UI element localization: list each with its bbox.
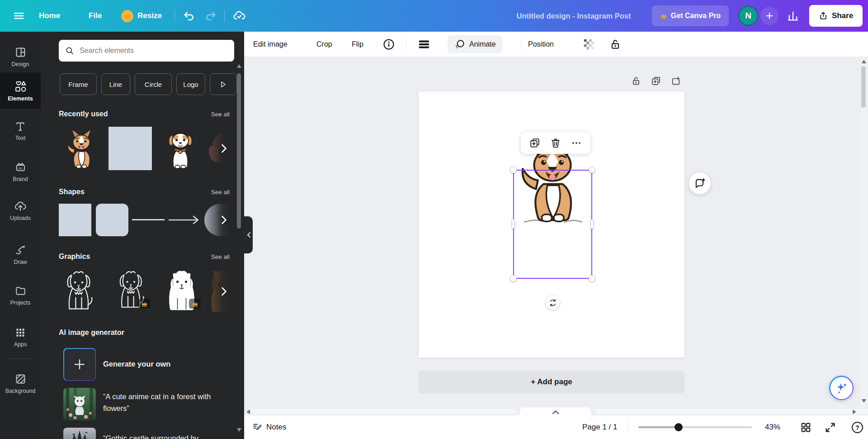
shape-arrow[interactable] bbox=[168, 215, 201, 225]
generate-your-own-button[interactable] bbox=[63, 348, 96, 381]
scroll-down-icon[interactable] bbox=[862, 399, 866, 403]
image-info-button[interactable] bbox=[382, 32, 395, 57]
see-all-recently-used[interactable]: See all bbox=[211, 111, 230, 118]
panel-scroll-down-icon[interactable] bbox=[237, 428, 241, 432]
selection-handle-e[interactable] bbox=[590, 219, 594, 229]
arrange-button[interactable] bbox=[417, 32, 432, 57]
h-scrollbar-left[interactable] bbox=[251, 409, 516, 414]
sidebar-item-text[interactable]: Text bbox=[0, 114, 41, 148]
duplicate-element-button[interactable] bbox=[528, 136, 542, 150]
resize-menu[interactable]: Resize bbox=[121, 0, 162, 32]
sidebar-item-brand[interactable]: co. Brand bbox=[0, 155, 41, 188]
topbar-divider bbox=[175, 10, 175, 22]
shapes-next-button[interactable] bbox=[218, 214, 230, 226]
shape-square[interactable] bbox=[59, 204, 91, 236]
page-lock-button[interactable] bbox=[631, 76, 641, 86]
insights-button[interactable] bbox=[787, 0, 799, 32]
page-indicator[interactable]: Page 1 / 1 bbox=[582, 415, 618, 439]
sidebar-item-projects[interactable]: Projects bbox=[0, 278, 41, 312]
flip-button[interactable]: Flip bbox=[352, 32, 363, 57]
add-page-button[interactable]: + Add page bbox=[419, 371, 684, 393]
lock-button[interactable] bbox=[609, 32, 621, 57]
duplicate-page-button[interactable] bbox=[651, 76, 661, 86]
search-input[interactable] bbox=[79, 46, 228, 55]
share-button[interactable]: Share bbox=[809, 5, 863, 27]
chip-line[interactable]: Line bbox=[101, 73, 130, 95]
crop-button[interactable]: Crop bbox=[316, 32, 332, 57]
see-all-graphics[interactable]: See all bbox=[211, 253, 230, 260]
transparency-button[interactable] bbox=[582, 32, 596, 57]
add-member-button[interactable] bbox=[760, 7, 778, 25]
panel-scroll-up-icon[interactable] bbox=[237, 64, 241, 68]
avatar[interactable]: N bbox=[738, 6, 758, 26]
zoom-level[interactable]: 43% bbox=[765, 415, 780, 439]
notes-button[interactable]: Notes bbox=[252, 415, 286, 439]
zoom-slider-track[interactable] bbox=[638, 426, 752, 428]
selection-box[interactable] bbox=[513, 170, 592, 279]
sidebar-item-elements[interactable]: Elements bbox=[0, 72, 41, 109]
sidebar-item-uploads[interactable]: Uploads bbox=[0, 194, 41, 227]
search-box[interactable] bbox=[59, 40, 234, 62]
v-scrollbar-thumb[interactable] bbox=[861, 66, 866, 108]
recently-used-next-button[interactable] bbox=[218, 143, 230, 154]
redo-button[interactable] bbox=[204, 0, 217, 32]
file-menu[interactable]: File bbox=[89, 0, 102, 32]
edit-image-button[interactable]: Edit image bbox=[253, 32, 288, 57]
sidebar-item-draw[interactable]: Draw bbox=[0, 238, 41, 271]
chip-partial[interactable] bbox=[210, 73, 237, 95]
graphic-dog-outline-1[interactable] bbox=[60, 268, 98, 314]
selection-handle-se[interactable] bbox=[589, 275, 595, 282]
undo-button[interactable] bbox=[183, 0, 195, 32]
recent-square-shape[interactable] bbox=[108, 127, 152, 170]
recent-puppy-graphic[interactable] bbox=[163, 127, 198, 170]
see-all-shapes[interactable]: See all bbox=[211, 189, 230, 196]
animate-button[interactable]: Animate bbox=[448, 35, 502, 53]
grid-view-button[interactable] bbox=[800, 415, 811, 439]
design-title[interactable]: Untitled design - Instagram Post bbox=[512, 0, 635, 32]
delete-element-button[interactable] bbox=[549, 136, 562, 150]
more-options-button[interactable] bbox=[570, 136, 583, 150]
graphics-next-button[interactable] bbox=[218, 286, 230, 297]
scroll-up-icon[interactable] bbox=[862, 60, 866, 63]
selection-handle-nw[interactable] bbox=[510, 167, 517, 173]
zoom-slider-thumb[interactable] bbox=[675, 423, 683, 431]
main-menu-button[interactable] bbox=[13, 0, 25, 32]
fullscreen-button[interactable] bbox=[825, 415, 836, 439]
selection-handle-sw[interactable] bbox=[510, 275, 517, 282]
selection-handle-w[interactable] bbox=[512, 219, 515, 229]
hide-panel-button[interactable] bbox=[244, 216, 253, 253]
recent-corgi-graphic[interactable] bbox=[62, 127, 100, 170]
show-pages-tab[interactable] bbox=[520, 407, 591, 416]
add-page-icon-button[interactable] bbox=[671, 76, 681, 86]
sidebar-item-background[interactable]: Background bbox=[0, 367, 41, 400]
chip-frame[interactable]: Frame bbox=[60, 73, 97, 95]
top-bar: Home File Resize Untitled design - Insta… bbox=[0, 0, 868, 32]
h-scrollbar-right[interactable] bbox=[595, 409, 868, 414]
animate-icon bbox=[454, 38, 466, 50]
ai-cat-thumbnail[interactable] bbox=[63, 388, 96, 420]
add-comment-button[interactable] bbox=[689, 172, 711, 194]
scroll-left-icon[interactable] bbox=[246, 410, 250, 414]
selection-handle-ne[interactable] bbox=[589, 167, 595, 173]
ai-prompt-cat[interactable]: “A cute anime cat in a forest with flowe… bbox=[103, 391, 222, 414]
chip-logo[interactable]: Logo bbox=[176, 73, 205, 95]
scroll-right-icon[interactable] bbox=[853, 410, 856, 414]
panel-scrollbar-thumb[interactable] bbox=[237, 73, 241, 229]
save-status-button[interactable] bbox=[232, 0, 246, 32]
ai-castle-thumbnail[interactable] bbox=[63, 428, 96, 439]
sidebar-item-apps[interactable]: Apps bbox=[0, 320, 41, 354]
shape-rounded-square[interactable] bbox=[96, 204, 128, 236]
resize-label: Resize bbox=[137, 11, 162, 20]
shape-line[interactable] bbox=[132, 219, 165, 220]
help-button[interactable]: ? bbox=[852, 422, 863, 433]
ai-prompt-castle[interactable]: “Gothic castle surrounded by bbox=[103, 433, 222, 439]
sidebar-item-design[interactable]: Design bbox=[0, 40, 41, 73]
home-menu[interactable]: Home bbox=[39, 0, 60, 32]
position-button[interactable]: Position bbox=[528, 32, 554, 57]
chip-circle[interactable]: Circle bbox=[135, 73, 172, 95]
canva-assistant-button[interactable] bbox=[829, 376, 854, 400]
rotate-handle[interactable] bbox=[546, 296, 560, 310]
generate-your-own-label[interactable]: Generate your own bbox=[103, 358, 222, 370]
get-canva-pro-button[interactable]: Get Canva Pro bbox=[652, 5, 729, 26]
v-scrollbar[interactable] bbox=[861, 58, 866, 407]
